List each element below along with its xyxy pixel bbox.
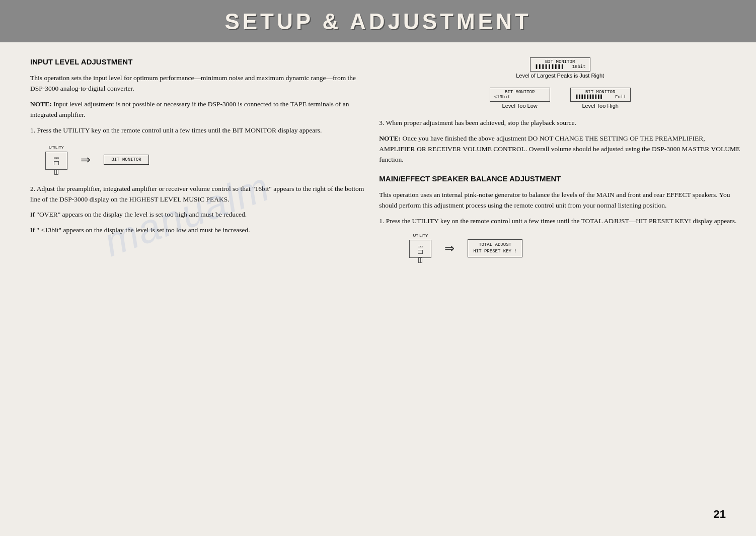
- bit-monitor-high-caption: Level Too High: [570, 103, 631, 109]
- bit-monitor-high: BIT MONITOR ▐▐▐▐▐▐▐▐▐▐ Full Level Too Hi…: [570, 88, 631, 109]
- bit-monitor-high-display: BIT MONITOR ▐▐▐▐▐▐▐▐▐▐ Full: [570, 88, 631, 102]
- total-adjust-line1: TOTAL ADJUST: [473, 242, 516, 248]
- page-number: 21: [714, 508, 726, 521]
- page-title: SETUP & ADJUSTMENT: [0, 9, 756, 34]
- bit-monitor-top-caption: Level of Largest Peaks is Just Right: [379, 73, 741, 79]
- bit-monitor-diagram-box: BIT MONITOR: [104, 155, 149, 165]
- bit-monitor-high-bits: Full: [615, 95, 626, 100]
- para5-right: 1. Press the UTILITY key on the remote c…: [379, 216, 741, 227]
- note1-bold: NOTE:: [30, 100, 52, 108]
- left-column: INPUT LEVEL ADJUSTMENT This operation se…: [30, 57, 364, 272]
- section2-title: MAIN/EFFECT SPEAKER BALANCE ADJUSTMENT: [379, 174, 741, 183]
- note2-text: Once you have finished the above adjustm…: [379, 135, 740, 163]
- bit-monitor-low: BIT MONITOR <13bit Level Too Low: [490, 88, 550, 109]
- note1-text: Input level adjustment is not possible o…: [30, 100, 349, 118]
- utility-remote-label: UTILITY: [45, 145, 67, 150]
- arrow-icon: ⇒: [81, 153, 91, 167]
- utility-to-total-adjust-diagram: UTILITY ▭▭ ⇒ TOTAL ADJUST HIT PRESET KEY…: [409, 233, 741, 263]
- bit-monitor-high-row: ▐▐▐▐▐▐▐▐▐▐ Full: [575, 95, 626, 100]
- bit-monitor-high-bars: ▐▐▐▐▐▐▐▐▐▐: [575, 95, 602, 100]
- utility-to-bit-monitor-diagram: UTILITY ▭▭ ⇒ BIT MONITOR: [45, 145, 364, 175]
- page-header: SETUP & ADJUSTMENT: [0, 0, 756, 42]
- utility-icon2-bottom: [418, 250, 423, 254]
- utility-icon-bottom: [54, 161, 59, 165]
- note2: NOTE: Once you have finished the above a…: [379, 133, 741, 165]
- section1-title: INPUT LEVEL ADJUSTMENT: [30, 57, 364, 66]
- para2: 1. Press the UTILITY key on the remote c…: [30, 125, 364, 136]
- main-content: INPUT LEVEL ADJUSTMENT This operation se…: [0, 57, 756, 292]
- bit-monitor-high-label: BIT MONITOR: [575, 90, 626, 95]
- utility-remote-box2: ▭▭: [409, 240, 431, 258]
- bit-monitor-top-bars: ▐▐▐▐▐▐▐▐▐: [535, 64, 564, 70]
- utility-control: UTILITY ▭▭: [45, 145, 67, 175]
- utility-control2: UTILITY ▭▭: [409, 233, 431, 263]
- bit-monitor-top-bars-row: ▐▐▐▐▐▐▐▐▐ 16bit: [535, 64, 586, 70]
- bit-monitor-top-section: BIT MONITOR ▐▐▐▐▐▐▐▐▐ 16bit Level of Lar…: [379, 57, 741, 79]
- bit-monitor-row: BIT MONITOR <13bit Level Too Low BIT MON…: [379, 88, 741, 109]
- para4-left: If "OVER" appears on the display the lev…: [30, 210, 364, 220]
- para3-right: 3. When proper adjustment has been achie…: [379, 118, 741, 128]
- right-column: BIT MONITOR ▐▐▐▐▐▐▐▐▐ 16bit Level of Lar…: [379, 57, 741, 272]
- bit-monitor-low-label: BIT MONITOR: [494, 90, 546, 95]
- utility-remote-label2: UTILITY: [409, 233, 431, 238]
- para3-left: 2. Adjust the preamplifier, integrated a…: [30, 184, 364, 205]
- total-adjust-line2: HIT PRESET KEY !: [473, 248, 516, 255]
- bit-monitor-low-bits: <13bit: [494, 95, 546, 100]
- para5-left: If " <13bit" appears on the display the …: [30, 225, 364, 236]
- total-adjust-display: TOTAL ADJUST HIT PRESET KEY !: [468, 239, 522, 257]
- utility-remote-box: ▭▭: [45, 152, 67, 170]
- utility-icon: ▭▭: [54, 156, 59, 160]
- bit-monitor-top-bits: 16bit: [572, 64, 586, 70]
- para4-right: This operation uses an internal pink-noi…: [379, 190, 741, 211]
- bit-monitor-low-caption: Level Too Low: [490, 103, 550, 109]
- note1: NOTE: Input level adjustment is not poss…: [30, 99, 364, 120]
- page: SETUP & ADJUSTMENT manualm INPUT LEVEL A…: [0, 0, 756, 536]
- bit-monitor-low-display: BIT MONITOR <13bit: [490, 88, 550, 102]
- bit-monitor-top-display: BIT MONITOR ▐▐▐▐▐▐▐▐▐ 16bit: [530, 57, 590, 72]
- bit-monitor-diagram-label: BIT MONITOR: [110, 157, 142, 162]
- bit-monitor-top-label: BIT MONITOR: [535, 59, 586, 64]
- arrow-icon2: ⇒: [444, 241, 455, 255]
- note2-bold: NOTE:: [379, 135, 401, 142]
- utility-icon2: ▭▭: [418, 244, 423, 249]
- para1: This operation sets the input level for …: [30, 73, 364, 94]
